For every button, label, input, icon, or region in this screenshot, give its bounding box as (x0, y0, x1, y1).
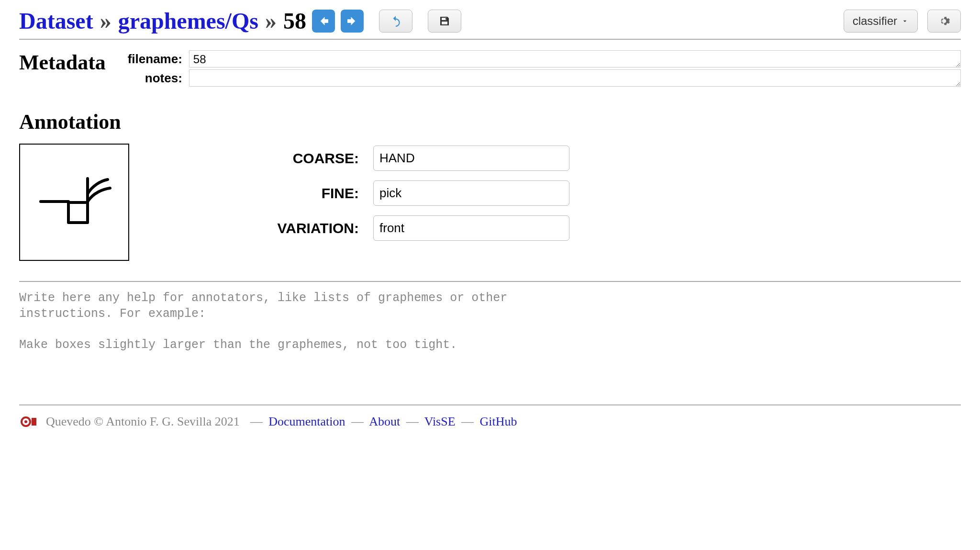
notes-input[interactable] (189, 69, 961, 87)
breadcrumb-current: 58 (283, 8, 306, 34)
metadata-fields: filename: 58 notes: (120, 50, 961, 87)
header-left: Dataset » graphemes/Qs » 58 (19, 8, 461, 34)
fine-label: FINE: (158, 185, 359, 202)
breadcrumb-root-link[interactable]: Dataset (19, 8, 93, 34)
grapheme-preview (19, 144, 129, 261)
chevron-down-icon (901, 17, 909, 25)
annotation-body: COARSE: FINE: VARIATION: (19, 144, 961, 261)
breadcrumb-path-link[interactable]: graphemes/Qs (118, 8, 258, 34)
next-button[interactable] (341, 10, 364, 33)
footer-link-github[interactable]: GitHub (480, 415, 517, 428)
footer-dash: — (406, 415, 419, 428)
annotation-row-variation: VARIATION: (158, 215, 569, 241)
settings-button[interactable] (927, 10, 961, 33)
arrow-right-icon (345, 14, 359, 28)
breadcrumb-separator: » (100, 8, 111, 34)
filename-label: filename: (120, 52, 182, 67)
prev-button[interactable] (312, 10, 335, 33)
save-button[interactable] (428, 10, 461, 33)
quevedo-logo-icon (19, 414, 38, 429)
annotation-row-fine: FINE: (158, 180, 569, 206)
footer-links: — Documentation — About — VisSE — GitHub (247, 415, 517, 429)
breadcrumb: Dataset » graphemes/Qs » 58 (19, 8, 306, 34)
variation-input[interactable] (373, 215, 569, 241)
gear-icon (938, 15, 950, 27)
variation-label: VARIATION: (158, 220, 359, 236)
classifier-label: classifier (853, 14, 897, 28)
footer-dash: — (250, 415, 263, 428)
coarse-input[interactable] (373, 146, 569, 171)
grapheme-drawing (36, 164, 112, 241)
undo-icon (390, 15, 402, 27)
footer-dash: — (351, 415, 364, 428)
header: Dataset » graphemes/Qs » 58 classifier (19, 0, 961, 40)
metadata-row-notes: notes: (120, 69, 961, 87)
coarse-label: COARSE: (158, 150, 359, 167)
footer: Quevedo © Antonio F. G. Sevilla 2021 — D… (19, 405, 961, 438)
metadata-heading: Metadata (19, 50, 106, 75)
footer-link-documentation[interactable]: Documentation (268, 415, 345, 428)
footer-link-visse[interactable]: VisSE (424, 415, 456, 428)
metadata-row-filename: filename: 58 (120, 50, 961, 67)
metadata-section: Metadata filename: 58 notes: (19, 40, 961, 87)
annotation-heading: Annotation (19, 110, 961, 134)
annotation-fields: COARSE: FINE: VARIATION: (158, 146, 569, 241)
footer-dash: — (461, 415, 474, 428)
annotation-row-coarse: COARSE: (158, 146, 569, 171)
annotator-help-text: Write here any help for annotators, like… (19, 282, 961, 361)
svg-point-2 (24, 420, 27, 423)
fine-input[interactable] (373, 180, 569, 206)
svg-rect-0 (68, 202, 88, 223)
notes-label: notes: (120, 71, 182, 86)
undo-button[interactable] (379, 10, 412, 33)
header-right: classifier (844, 10, 961, 33)
breadcrumb-separator: » (265, 8, 277, 34)
footer-copyright: Quevedo © Antonio F. G. Sevilla 2021 (46, 415, 240, 429)
filename-input[interactable]: 58 (189, 50, 961, 67)
classifier-dropdown[interactable]: classifier (844, 10, 918, 33)
footer-link-about[interactable]: About (369, 415, 400, 428)
save-icon (439, 15, 450, 27)
svg-rect-3 (32, 418, 36, 426)
arrow-left-icon (316, 14, 331, 28)
